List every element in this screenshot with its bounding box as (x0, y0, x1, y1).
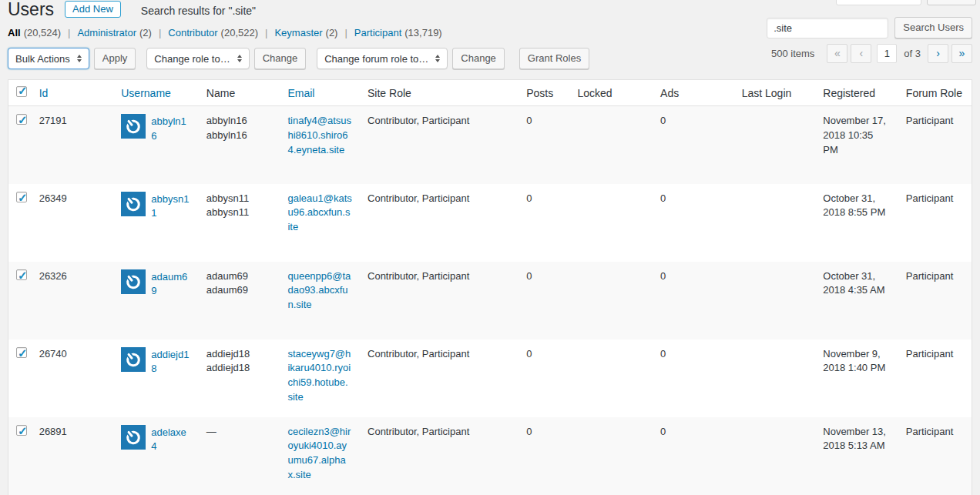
row-checkbox[interactable] (16, 425, 27, 436)
change-role-button[interactable]: Change (254, 48, 307, 69)
view-separator: | (159, 27, 161, 38)
power-avatar-icon (121, 347, 146, 372)
table-row: 26740addiejd18addiejd18 addiejd18staceyw… (8, 339, 972, 417)
column-header-username[interactable]: Username (113, 80, 199, 106)
cell-name: adaum69 adaum69 (199, 262, 280, 339)
prev-page-button[interactable]: ‹ (851, 44, 871, 63)
column-header-last_login: Last Login (734, 80, 816, 106)
cell-site_role: Contributor, Participant (360, 106, 519, 184)
grant-roles-button[interactable]: Grant Roles (519, 48, 589, 69)
search-users-input[interactable] (767, 18, 888, 38)
cell-locked (570, 417, 653, 495)
email-link[interactable]: cecilezn3@hiroyuki4010.ayumu67.alphax.si… (287, 425, 352, 483)
cell-last_login (734, 417, 816, 495)
cell-email: staceywg7@hikaru4010.ryoichi59.hotube.si… (280, 339, 360, 417)
row-checkbox[interactable] (16, 347, 27, 358)
first-page-button[interactable]: « (827, 44, 847, 63)
view-filter-participant[interactable]: Participant (354, 27, 401, 38)
row-checkbox[interactable] (16, 192, 27, 202)
user-cell: abbysn11 (121, 192, 191, 222)
view-count: (2) (139, 27, 152, 38)
table-row: 26891adelaxe4—cecilezn3@hiroyuki4010.ayu… (8, 417, 972, 495)
cell-posts: 0 (519, 184, 569, 262)
change-forum-role-select[interactable]: Change forum role to… (317, 48, 448, 69)
select-arrows-icon (435, 55, 440, 62)
column-header-id[interactable]: Id (32, 80, 114, 106)
view-item-keymaster: Keymaster(2)| (274, 27, 354, 38)
cell-forum_role: Participant (898, 106, 972, 184)
username-link[interactable]: addiejd18 (151, 347, 191, 377)
cell-email: galeau1@katsu96.abcxfun.site (280, 184, 360, 262)
cell-locked (570, 339, 653, 417)
view-filter-administrator[interactable]: Administrator (77, 27, 136, 38)
column-header-name: Name (199, 80, 280, 106)
cropped-top-button[interactable] (927, 0, 976, 5)
column-header-locked: Locked (570, 80, 653, 106)
email-link[interactable]: tinafy4@atsushi8610.shiro64.eyneta.site (287, 114, 352, 158)
cell-id: 26740 (32, 339, 114, 417)
view-filter-all[interactable]: All (8, 27, 21, 38)
search-users-button[interactable]: Search Users (894, 17, 972, 38)
apply-button[interactable]: Apply (94, 48, 136, 69)
user-search-form: Search Users (767, 17, 972, 38)
cell-ads: 0 (653, 184, 734, 262)
change-forum-role-button[interactable]: Change (452, 48, 505, 69)
view-count: (2) (326, 27, 338, 38)
view-item-administrator: Administrator(2)| (77, 27, 168, 38)
last-page-button[interactable]: » (951, 44, 972, 63)
cropped-top-input[interactable] (836, 0, 921, 5)
view-filter-keymaster[interactable]: Keymaster (274, 27, 322, 38)
table-row: 26349abbysn11abbysn11 abbysn11galeau1@ka… (8, 184, 972, 262)
search-results-subtitle: Search results for ".site" (141, 2, 256, 17)
cell-username: abbysn11 (113, 184, 199, 262)
email-link[interactable]: staceywg7@hikaru4010.ryoichi59.hotube.si… (287, 347, 352, 405)
current-page-input[interactable] (877, 44, 897, 63)
view-count: (20,522) (221, 27, 258, 38)
username-link[interactable]: adaum69 (151, 269, 191, 299)
user-cell: abbyln16 (121, 114, 191, 144)
users-table: IdUsernameNameEmailSite RolePostsLockedA… (8, 79, 972, 495)
bulk-actions-select[interactable]: Bulk Actions (8, 48, 89, 69)
email-link[interactable]: galeau1@katsu96.abcxfun.site (287, 192, 352, 236)
power-avatar-icon (121, 425, 146, 450)
email-link[interactable]: queenpp6@tadao93.abcxfun.site (287, 269, 352, 313)
cell-email: cecilezn3@hiroyuki4010.ayumu67.alphax.si… (280, 417, 360, 495)
username-link[interactable]: abbysn11 (151, 192, 191, 222)
column-header-registered: Registered (815, 80, 898, 106)
cell-ads: 0 (653, 417, 734, 495)
cell-name: addiejd18 addiejd18 (199, 339, 280, 417)
select-all-checkbox[interactable] (16, 86, 27, 97)
view-filter-contributor[interactable]: Contributor (168, 27, 217, 38)
view-separator: | (68, 27, 70, 38)
row-select-cell (8, 106, 32, 184)
username-link[interactable]: abbyln16 (151, 114, 191, 144)
items-count: 500 items (771, 48, 814, 59)
column-header-email[interactable]: Email (280, 80, 360, 106)
cell-forum_role: Participant (898, 417, 972, 495)
row-checkbox[interactable] (16, 269, 27, 280)
view-separator: | (265, 27, 267, 38)
next-page-button[interactable]: › (928, 44, 948, 63)
cell-id: 26891 (32, 417, 114, 495)
add-new-button[interactable]: Add New (65, 1, 121, 18)
cell-forum_role: Participant (898, 184, 972, 262)
username-link[interactable]: adelaxe4 (151, 425, 191, 455)
row-checkbox[interactable] (16, 114, 27, 125)
cell-id: 27191 (32, 106, 114, 184)
pagination: 500 items « ‹ of 3 › » (771, 44, 972, 63)
cell-locked (570, 184, 653, 262)
cell-site_role: Contributor, Participant (360, 262, 519, 339)
bulk-actions-select-value: Bulk Actions (15, 53, 70, 65)
cell-last_login (734, 106, 816, 184)
change-role-select[interactable]: Change role to… (146, 48, 249, 69)
cell-registered: October 31, 2018 8:55 PM (815, 184, 898, 262)
cell-posts: 0 (519, 106, 569, 184)
cell-registered: November 13, 2018 5:13 AM (815, 417, 898, 495)
row-select-cell (8, 262, 32, 339)
column-header-site_role: Site Role (360, 80, 519, 106)
users-admin-screen: Users Add New Search results for ".site"… (0, 0, 980, 495)
power-avatar-icon (121, 269, 146, 294)
cell-id: 26349 (32, 184, 114, 262)
user-cell: adaum69 (121, 269, 191, 299)
cell-posts: 0 (519, 339, 569, 417)
